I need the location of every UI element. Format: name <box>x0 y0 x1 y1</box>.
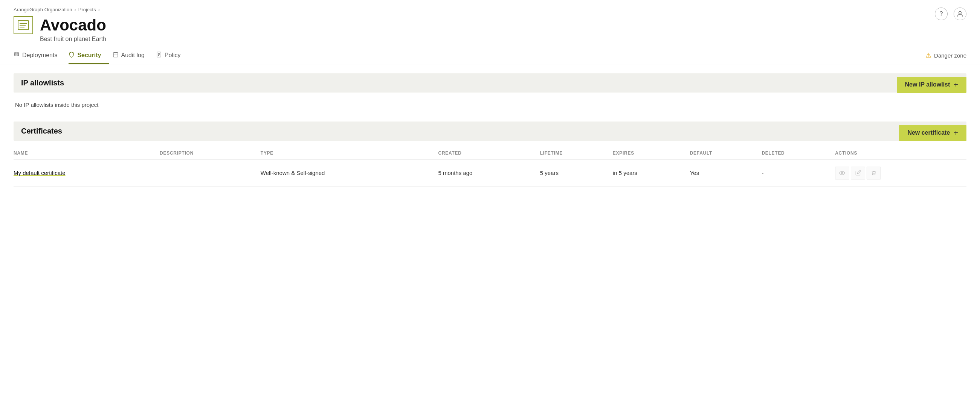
cell-description <box>160 160 261 186</box>
header: ArangoGraph Organization › Projects › Av… <box>0 0 980 43</box>
trash-icon <box>871 170 877 176</box>
breadcrumb-org[interactable]: ArangoGraph Organization <box>14 7 72 13</box>
cell-expires: in 5 years <box>613 160 690 186</box>
tab-audit-log-label: Audit log <box>121 52 145 59</box>
delete-button[interactable] <box>867 166 881 179</box>
edit-button[interactable] <box>851 166 865 179</box>
action-buttons <box>835 166 961 179</box>
col-default: DEFAULT <box>690 147 762 160</box>
col-description: DESCRIPTION <box>160 147 261 160</box>
ip-allowlists-section: IP allowlists What is this? New IP allow… <box>14 73 966 111</box>
tab-audit-log[interactable]: Audit log <box>113 47 152 64</box>
breadcrumb: ArangoGraph Organization › Projects › <box>14 7 966 13</box>
new-ip-allowlist-button[interactable]: New IP allowlist + <box>897 77 966 93</box>
svg-point-5 <box>14 52 19 54</box>
header-actions: ? <box>935 8 966 20</box>
new-ip-allowlist-plus-icon: + <box>954 81 958 89</box>
tab-deployments[interactable]: Deployments <box>14 47 65 64</box>
col-actions: ACTIONS <box>835 147 966 160</box>
project-icon <box>14 16 33 34</box>
col-deleted: DELETED <box>762 147 835 160</box>
project-title: Avocado <box>40 17 106 34</box>
col-created: CREATED <box>438 147 540 160</box>
certificates-table: NAME DESCRIPTION TYPE CREATED LIFETIME E… <box>14 147 966 187</box>
ip-allowlists-header: IP allowlists What is this? <box>14 73 966 92</box>
danger-zone-label: Danger zone <box>934 52 966 59</box>
tab-policy-label: Policy <box>165 52 181 59</box>
view-button[interactable] <box>835 166 849 179</box>
col-expires: EXPIRES <box>613 147 690 160</box>
col-lifetime: LIFETIME <box>540 147 613 160</box>
breadcrumb-sep2: › <box>98 7 100 13</box>
danger-icon: ⚠ <box>925 51 931 59</box>
policy-icon <box>156 52 162 59</box>
user-button[interactable] <box>954 8 966 20</box>
main-content: IP allowlists What is this? New IP allow… <box>0 64 980 206</box>
help-icon: ? <box>940 11 943 17</box>
cell-name: My default certificate <box>14 160 160 186</box>
new-certificate-plus-icon: + <box>954 128 958 137</box>
audit-log-icon <box>113 52 119 59</box>
col-name: NAME <box>14 147 160 160</box>
certificates-title: Certificates <box>21 127 62 135</box>
cell-type: Well-known & Self-signed <box>261 160 438 186</box>
table-row: My default certificate Well-known & Self… <box>14 160 966 186</box>
edit-icon <box>855 170 861 176</box>
cell-default: Yes <box>690 160 762 186</box>
security-icon <box>68 52 75 59</box>
project-header: Avocado <box>14 16 966 34</box>
tab-security-label: Security <box>77 52 101 59</box>
cell-deleted: - <box>762 160 835 186</box>
project-subtitle: Best fruit on planet Earth <box>40 36 966 43</box>
certificates-section: Certificates What is this? New certifica… <box>14 122 966 187</box>
cell-lifetime: 5 years <box>540 160 613 186</box>
certificates-header: Certificates What is this? <box>14 122 966 141</box>
col-type: TYPE <box>261 147 438 160</box>
new-ip-allowlist-label: New IP allowlist <box>905 81 950 88</box>
ip-allowlists-title: IP allowlists <box>21 79 64 87</box>
tab-security[interactable]: Security <box>68 47 108 64</box>
new-certificate-label: New certificate <box>907 129 950 136</box>
certificates-table-header-row: NAME DESCRIPTION TYPE CREATED LIFETIME E… <box>14 147 966 160</box>
eye-icon <box>839 170 845 176</box>
svg-point-11 <box>842 172 843 174</box>
new-certificate-button[interactable]: New certificate + <box>899 125 966 141</box>
ip-allowlists-empty: No IP allowlists inside this project <box>14 98 966 111</box>
tab-policy[interactable]: Policy <box>156 47 188 64</box>
deployments-icon <box>14 52 19 59</box>
user-icon <box>956 10 964 18</box>
danger-zone-link[interactable]: ⚠ Danger zone <box>925 51 966 59</box>
cert-name-link[interactable]: My default certificate <box>14 170 65 176</box>
cell-actions <box>835 160 966 186</box>
nav-tabs: Deployments Security Audit log Policy ⚠ … <box>0 47 980 64</box>
svg-point-4 <box>959 11 961 14</box>
svg-rect-6 <box>113 53 118 57</box>
tab-deployments-label: Deployments <box>22 52 57 59</box>
breadcrumb-sep1: › <box>74 7 76 13</box>
breadcrumb-projects[interactable]: Projects <box>78 7 96 13</box>
cell-created: 5 months ago <box>438 160 540 186</box>
help-button[interactable]: ? <box>935 8 948 20</box>
